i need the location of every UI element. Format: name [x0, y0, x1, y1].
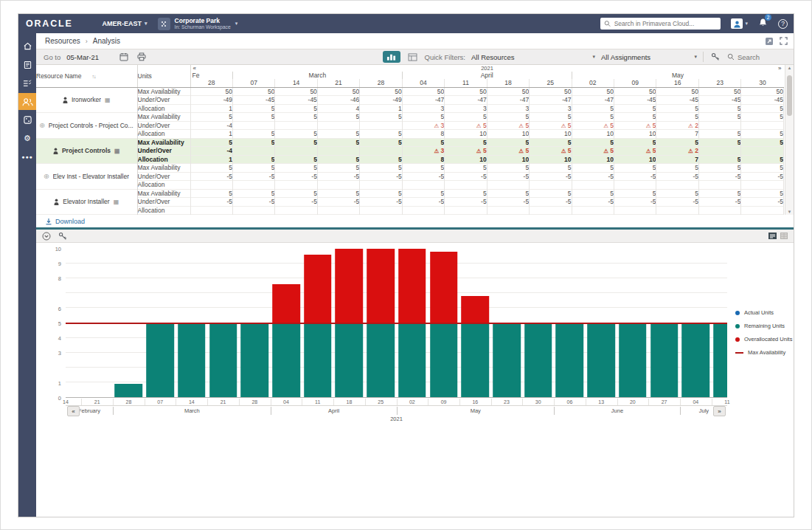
sidebar-item-home[interactable]: [18, 38, 36, 55]
usage-chart-icon[interactable]: ▦: [114, 148, 120, 154]
resource-name[interactable]: Project Controls: [62, 147, 111, 154]
chart-bar-remaining[interactable]: [587, 323, 615, 398]
chart-legend-toggle[interactable]: [768, 233, 777, 239]
chart-bar-overallocated[interactable]: [430, 252, 458, 323]
workspace-selector[interactable]: Corporate Park In: Schurman Workspace ▾: [158, 18, 238, 30]
scrollbar-thumb[interactable]: [787, 75, 792, 116]
calendar-icon: [119, 52, 128, 61]
collapse-chart-button[interactable]: [42, 232, 51, 241]
grid-cell: 5: [190, 113, 232, 122]
grid-cell: 5: [275, 113, 317, 122]
print-button[interactable]: [136, 52, 148, 61]
chart-bar-remaining[interactable]: [115, 384, 143, 397]
resource-name[interactable]: Elev Inst - Elevator Installer: [53, 173, 129, 180]
units-row-label: Allocation: [137, 155, 190, 164]
user-menu[interactable]: ▾: [731, 18, 748, 29]
grid-cell: -5: [402, 198, 444, 207]
chart-bar-remaining[interactable]: [713, 323, 727, 398]
resource-cell[interactable]: ◎Elev Inst - Elevator Installer: [36, 164, 137, 190]
chart-bar-remaining[interactable]: [524, 323, 552, 398]
resource-name-header[interactable]: Resource Name↑↓: [36, 65, 137, 87]
fullscreen-button[interactable]: [780, 37, 788, 45]
stacked-chart-icon: [768, 233, 777, 239]
sort-icon[interactable]: ↑↓: [91, 74, 95, 79]
download-link[interactable]: Download: [45, 218, 85, 225]
chart-bar-overallocated[interactable]: [461, 296, 489, 323]
day-header: 09: [614, 79, 656, 87]
org-selector[interactable]: AMER-EAST ▾: [103, 20, 148, 27]
units-row-label: Max Availability: [137, 189, 190, 198]
chart-bar-remaining[interactable]: [430, 323, 458, 398]
chart-bar-remaining[interactable]: [556, 323, 584, 398]
chart-table-toggle[interactable]: [780, 233, 788, 239]
chart-bar-remaining[interactable]: [493, 323, 521, 398]
timescale-next-button[interactable]: »: [776, 65, 783, 72]
chart-bar-remaining[interactable]: [146, 323, 174, 398]
breadcrumb-resources[interactable]: Resources: [45, 37, 80, 45]
global-search-input[interactable]: [614, 20, 718, 27]
histogram-view-button[interactable]: [383, 51, 400, 63]
sidebar-item-apps[interactable]: [18, 111, 36, 128]
help-button[interactable]: ?: [778, 19, 788, 29]
quick-filters-label: Quick Filters:: [425, 53, 465, 61]
chart-bar-remaining[interactable]: [619, 323, 647, 398]
timescale-prev-button[interactable]: «: [191, 65, 198, 72]
sidebar-item-settings[interactable]: ⚙: [18, 130, 36, 147]
resources-filter-select[interactable]: All Resources ▾: [471, 53, 595, 61]
chart-bar-overallocated[interactable]: [398, 249, 426, 323]
resource-name[interactable]: Elevator Installer: [63, 198, 109, 205]
scroll-down-icon[interactable]: ▼: [785, 210, 794, 214]
goto-date-input[interactable]: [66, 53, 112, 61]
chart-next-button[interactable]: »: [713, 406, 726, 416]
resource-cell[interactable]: ◎Project Controls - Project Co...: [36, 113, 137, 139]
assignments-filter-select[interactable]: All Assignments ▾: [601, 53, 697, 61]
chart-bar-remaining[interactable]: [681, 323, 709, 398]
chart-bar-remaining[interactable]: [461, 323, 489, 398]
chart-bar-overallocated[interactable]: [272, 284, 300, 323]
customize-button[interactable]: [709, 52, 721, 61]
x-axis-day-label: 11: [315, 399, 320, 405]
chart-bar-overallocated[interactable]: [367, 249, 395, 323]
grid-cell: -47: [402, 96, 444, 105]
usage-chart-icon[interactable]: ▦: [114, 199, 119, 205]
chart-bar-remaining[interactable]: [272, 323, 300, 398]
scroll-up-icon[interactable]: ▲: [785, 66, 794, 70]
sidebar-item-dashboards[interactable]: [18, 56, 36, 73]
sidebar-item-more[interactable]: ●●●: [18, 148, 36, 165]
notifications-button[interactable]: 2: [758, 17, 768, 30]
chart-bar-remaining[interactable]: [336, 323, 364, 398]
resource-cell[interactable]: Project Controls▦: [36, 138, 137, 164]
sidebar-item-resources[interactable]: [18, 93, 36, 110]
chart-options-button[interactable]: [58, 232, 67, 241]
chart-bar-remaining[interactable]: [398, 323, 426, 398]
chart-bar-remaining[interactable]: [650, 323, 679, 398]
grid-cell: ⚠ 5: [530, 147, 572, 156]
grid-cell: 5: [232, 113, 274, 122]
chart-bar-overallocated[interactable]: [304, 255, 332, 323]
chart-bar-remaining[interactable]: [240, 323, 268, 398]
resource-name[interactable]: Ironworker: [72, 96, 101, 103]
chart-prev-button[interactable]: «: [67, 406, 80, 416]
global-search[interactable]: [600, 18, 721, 30]
sidebar-item-tasks[interactable]: [18, 75, 36, 92]
x-axis-day-label: 28: [251, 399, 257, 405]
resource-cell[interactable]: Ironworker▦: [36, 87, 137, 113]
grid-row: Under/Over-4⚠ 3⚠ 5⚠ 5⚠ 5⚠ 5⚠ 5⚠ 2: [36, 121, 784, 130]
resource-name[interactable]: Project Controls - Project Co...: [49, 122, 133, 129]
table-search-input[interactable]: [738, 53, 786, 61]
chart-bar-remaining[interactable]: [304, 323, 332, 398]
table-scrollbar[interactable]: ▲ ▼: [785, 65, 794, 215]
chart-bar-remaining[interactable]: [209, 323, 237, 398]
grid-cell: -47: [445, 96, 487, 105]
resource-cell[interactable]: Elevator Installer▦: [36, 189, 137, 215]
grid-cell: 8: [402, 155, 444, 164]
grid-cell: [232, 181, 274, 190]
chart-bar-remaining[interactable]: [178, 323, 206, 398]
calendar-button[interactable]: [118, 52, 130, 61]
usage-chart-icon[interactable]: ▦: [105, 97, 111, 103]
chart-bar-overallocated[interactable]: [336, 249, 364, 323]
table-search[interactable]: [727, 53, 786, 61]
detail-panel-button[interactable]: [765, 37, 774, 46]
spreadsheet-view-button[interactable]: [406, 53, 419, 61]
chart-bar-remaining[interactable]: [367, 323, 395, 398]
